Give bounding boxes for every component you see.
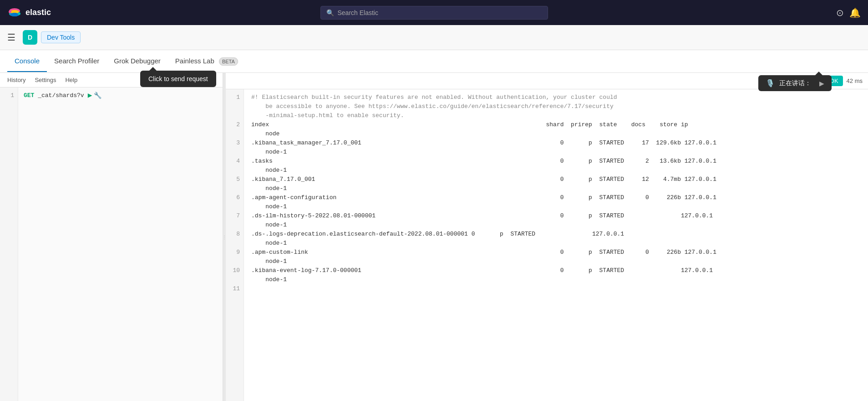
output-line: .ds-.logs-deprecation.elasticsearch-defa…	[251, 230, 861, 239]
wrench-button[interactable]: 🔧	[94, 91, 102, 100]
run-button[interactable]: ▶	[88, 91, 92, 100]
output-line: node-1	[251, 257, 861, 266]
elastic-logo[interactable]: elastic	[7, 5, 51, 20]
output-line: .ds-ilm-history-5-2022.08.01-000001 0 p …	[251, 211, 861, 221]
tabs-bar: Console Search Profiler Grok Debugger Pa…	[0, 50, 868, 73]
time-label: 42 ms	[847, 77, 863, 84]
output-line: -minimal-setup.html to enable security.	[251, 111, 861, 120]
output-line: node	[251, 129, 861, 139]
tab-console[interactable]: Console	[7, 51, 47, 72]
output-line: .apm-agent-configuration 0 p STARTED 0 2…	[251, 193, 861, 202]
output-line: node-1	[251, 148, 861, 157]
svg-point-5	[18, 12, 20, 15]
elastic-logo-icon	[7, 5, 22, 20]
output-line: node-1	[251, 184, 861, 193]
output-line: #! Elasticsearch built-in security featu…	[251, 93, 861, 102]
logo-text: elastic	[25, 8, 51, 17]
hamburger-menu[interactable]: ☰	[7, 32, 15, 43]
output-line: index shard prirep state docs store ip	[251, 120, 861, 129]
tab-painless-lab[interactable]: Painless Lab BETA	[168, 51, 245, 72]
sub-navigation: ☰ D Dev Tools	[0, 25, 868, 50]
voice-close-icon[interactable]: ▶	[819, 80, 824, 87]
output-line: be accessible to anyone. See https://www…	[251, 102, 861, 111]
top-navigation: elastic 🔍 Search Elastic ⊙ 🔔	[0, 0, 868, 25]
nav-icons-group: ⊙ 🔔	[836, 7, 861, 18]
right-panel: 200 - OK 42 ms 1 2 3 4 5 6 7 8	[226, 73, 868, 401]
editor-content[interactable]: GET _cat/shards?v ▶ 🔧	[18, 87, 223, 401]
output-line: node-1	[251, 202, 861, 211]
editor-line-1: GET _cat/shards?v ▶ 🔧	[24, 91, 217, 100]
search-icon: 🔍	[326, 9, 334, 16]
output-line: node-1	[251, 221, 861, 230]
settings-button[interactable]: Settings	[33, 76, 58, 84]
svg-point-4	[9, 10, 11, 13]
output-content: #! Elasticsearch built-in security featu…	[244, 89, 868, 401]
svg-point-3	[10, 13, 19, 16]
user-icon[interactable]: ⊙	[836, 7, 844, 18]
output-line: .kibana_7.17.0_001 0 p STARTED 12 4.7mb …	[251, 175, 861, 184]
tab-search-profiler[interactable]: Search Profiler	[47, 51, 107, 72]
output-line: .apm-custom-link 0 p STARTED 0 226b 127.…	[251, 248, 861, 257]
main-content: History Settings Help 1 GET _cat/shards?…	[0, 73, 868, 401]
editor-area: 1 GET _cat/shards?v ▶ 🔧	[0, 87, 223, 401]
voice-bar: 🎙️ 正在讲话： ▶	[758, 75, 832, 91]
output-line: node-1	[251, 275, 861, 284]
tooltip-container: Click to send request	[140, 71, 216, 87]
left-panel: History Settings Help 1 GET _cat/shards?…	[0, 73, 223, 401]
output-line-numbers: 1 2 3 4 5 6 7 8 9 10	[226, 89, 244, 401]
line-numbers: 1	[0, 87, 18, 401]
help-button[interactable]: Help	[63, 76, 79, 84]
search-placeholder: Search Elastic	[338, 9, 378, 16]
request-path: _cat/shards?v	[34, 91, 84, 100]
tooltip-text: Click to send request	[148, 75, 208, 82]
beta-badge: BETA	[219, 57, 238, 66]
voice-arrow	[815, 72, 822, 75]
microphone-icon: 🎙️	[766, 79, 775, 87]
output-line: .kibana-event-log-7.17.0-000001 0 p STAR…	[251, 266, 861, 275]
tab-grok-debugger[interactable]: Grok Debugger	[107, 51, 168, 72]
output-line: node-1	[251, 166, 861, 175]
output-line	[251, 284, 861, 293]
history-button[interactable]: History	[5, 76, 27, 84]
tooltip-box: Click to send request	[140, 71, 216, 87]
output-line: node-1	[251, 239, 861, 248]
get-keyword: GET	[24, 91, 34, 100]
output-line: .tasks 0 p STARTED 2 13.6kb 127.0.0.1	[251, 157, 861, 166]
dev-tools-button[interactable]: Dev Tools	[41, 31, 81, 43]
user-avatar[interactable]: D	[23, 30, 37, 45]
output-line: .kibana_task_manager_7.17.0_001 0 p STAR…	[251, 139, 861, 148]
voice-text: 正在讲话：	[779, 79, 811, 87]
painless-lab-label: Painless Lab	[175, 57, 214, 65]
output-area: 1 2 3 4 5 6 7 8 9 10	[226, 89, 868, 401]
line-number-1: 1	[0, 91, 18, 100]
bell-icon[interactable]: 🔔	[849, 7, 861, 18]
tooltip-arrow	[149, 67, 157, 71]
global-search[interactable]: 🔍 Search Elastic	[320, 6, 548, 20]
